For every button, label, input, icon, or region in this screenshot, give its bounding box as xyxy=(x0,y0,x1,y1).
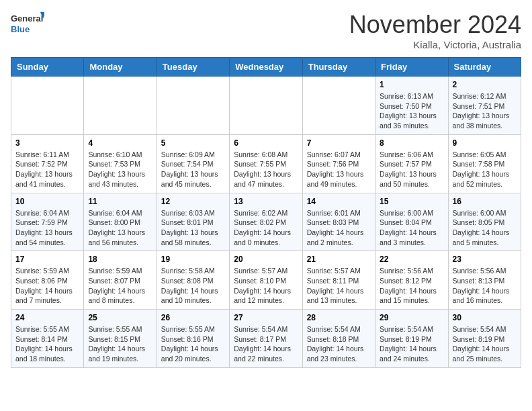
cell-content: Sunrise: 6:06 AMSunset: 7:57 PMDaylight:… xyxy=(380,150,443,189)
cell-content: Sunrise: 6:00 AMSunset: 8:05 PMDaylight:… xyxy=(453,208,517,248)
calendar-cell: 1Sunrise: 6:13 AMSunset: 7:50 PMDaylight… xyxy=(375,77,448,135)
calendar-cell: 19Sunrise: 5:58 AMSunset: 8:08 PMDayligh… xyxy=(157,251,229,310)
cell-content: Sunrise: 5:59 AMSunset: 8:06 PMDaylight:… xyxy=(15,266,79,306)
day-number: 14 xyxy=(307,197,371,206)
logo: General Blue xyxy=(11,11,44,38)
header: General Blue November 2024 Kialla, Victo… xyxy=(11,11,521,50)
day-number: 1 xyxy=(380,80,443,89)
cell-content: Sunrise: 5:56 AMSunset: 8:13 PMDaylight:… xyxy=(453,266,517,306)
calendar-cell: 12Sunrise: 6:03 AMSunset: 8:01 PMDayligh… xyxy=(157,193,229,251)
calendar-cell: 21Sunrise: 5:57 AMSunset: 8:11 PMDayligh… xyxy=(302,251,375,310)
calendar-cell: 4Sunrise: 6:10 AMSunset: 7:53 PMDaylight… xyxy=(84,134,157,193)
cell-content: Sunrise: 6:00 AMSunset: 8:04 PMDaylight:… xyxy=(380,208,443,248)
calendar-body: 1Sunrise: 6:13 AMSunset: 7:50 PMDaylight… xyxy=(11,77,521,368)
calendar-cell: 18Sunrise: 5:59 AMSunset: 8:07 PMDayligh… xyxy=(84,251,157,310)
calendar-cell xyxy=(11,77,84,135)
logo-svg: General Blue xyxy=(11,11,44,38)
calendar-cell: 2Sunrise: 6:12 AMSunset: 7:51 PMDaylight… xyxy=(448,77,521,135)
day-number: 30 xyxy=(453,313,517,322)
weekday-header: Saturday xyxy=(448,58,521,77)
calendar-cell: 26Sunrise: 5:55 AMSunset: 8:16 PMDayligh… xyxy=(157,310,229,368)
day-number: 8 xyxy=(380,138,443,148)
calendar-week-row: 24Sunrise: 5:55 AMSunset: 8:14 PMDayligh… xyxy=(11,310,521,368)
cell-content: Sunrise: 6:03 AMSunset: 8:01 PMDaylight:… xyxy=(161,208,225,248)
calendar-cell: 13Sunrise: 6:02 AMSunset: 8:02 PMDayligh… xyxy=(230,193,302,251)
cell-content: Sunrise: 6:08 AMSunset: 7:55 PMDaylight:… xyxy=(234,150,298,189)
cell-content: Sunrise: 5:57 AMSunset: 8:10 PMDaylight:… xyxy=(234,266,298,306)
calendar-cell: 14Sunrise: 6:01 AMSunset: 8:03 PMDayligh… xyxy=(302,193,375,251)
day-number: 10 xyxy=(15,197,79,206)
calendar-cell: 5Sunrise: 6:09 AMSunset: 7:54 PMDaylight… xyxy=(157,134,229,193)
calendar-cell: 9Sunrise: 6:05 AMSunset: 7:58 PMDaylight… xyxy=(448,134,521,193)
day-number: 27 xyxy=(234,313,298,322)
cell-content: Sunrise: 6:11 AMSunset: 7:52 PMDaylight:… xyxy=(15,150,79,189)
calendar-cell: 25Sunrise: 5:55 AMSunset: 8:15 PMDayligh… xyxy=(84,310,157,368)
day-number: 29 xyxy=(380,313,443,322)
weekday-header: Tuesday xyxy=(157,58,229,77)
cell-content: Sunrise: 6:13 AMSunset: 7:50 PMDaylight:… xyxy=(380,91,443,131)
month-title: November 2024 xyxy=(349,11,521,39)
day-number: 7 xyxy=(307,138,371,148)
cell-content: Sunrise: 5:55 AMSunset: 8:16 PMDaylight:… xyxy=(161,324,225,364)
day-number: 15 xyxy=(380,197,443,206)
cell-content: Sunrise: 5:55 AMSunset: 8:15 PMDaylight:… xyxy=(88,324,152,364)
calendar-cell xyxy=(230,77,302,135)
cell-content: Sunrise: 6:07 AMSunset: 7:56 PMDaylight:… xyxy=(307,150,371,189)
cell-content: Sunrise: 5:54 AMSunset: 8:18 PMDaylight:… xyxy=(307,324,371,364)
calendar-week-row: 3Sunrise: 6:11 AMSunset: 7:52 PMDaylight… xyxy=(11,134,521,193)
cell-content: Sunrise: 6:04 AMSunset: 7:59 PMDaylight:… xyxy=(15,208,79,248)
calendar-cell: 11Sunrise: 6:04 AMSunset: 8:00 PMDayligh… xyxy=(84,193,157,251)
day-number: 26 xyxy=(161,313,225,322)
day-number: 19 xyxy=(161,255,225,264)
cell-content: Sunrise: 6:04 AMSunset: 8:00 PMDaylight:… xyxy=(88,208,152,248)
calendar-week-row: 17Sunrise: 5:59 AMSunset: 8:06 PMDayligh… xyxy=(11,251,521,310)
day-number: 21 xyxy=(307,255,371,264)
calendar-cell: 8Sunrise: 6:06 AMSunset: 7:57 PMDaylight… xyxy=(375,134,448,193)
calendar-cell: 29Sunrise: 5:54 AMSunset: 8:19 PMDayligh… xyxy=(375,310,448,368)
cell-content: Sunrise: 5:54 AMSunset: 8:19 PMDaylight:… xyxy=(453,324,517,364)
calendar-cell: 23Sunrise: 5:56 AMSunset: 8:13 PMDayligh… xyxy=(448,251,521,310)
day-number: 16 xyxy=(453,197,517,206)
cell-content: Sunrise: 6:12 AMSunset: 7:51 PMDaylight:… xyxy=(453,91,517,131)
cell-content: Sunrise: 5:57 AMSunset: 8:11 PMDaylight:… xyxy=(307,266,371,306)
calendar-header: SundayMondayTuesdayWednesdayThursdayFrid… xyxy=(11,58,521,77)
calendar-cell: 10Sunrise: 6:04 AMSunset: 7:59 PMDayligh… xyxy=(11,193,84,251)
calendar-cell: 15Sunrise: 6:00 AMSunset: 8:04 PMDayligh… xyxy=(375,193,448,251)
cell-content: Sunrise: 5:54 AMSunset: 8:17 PMDaylight:… xyxy=(234,324,298,364)
cell-content: Sunrise: 6:10 AMSunset: 7:53 PMDaylight:… xyxy=(88,150,152,189)
calendar-cell: 24Sunrise: 5:55 AMSunset: 8:14 PMDayligh… xyxy=(11,310,84,368)
day-number: 12 xyxy=(161,197,225,206)
svg-text:General: General xyxy=(11,13,43,24)
cell-content: Sunrise: 5:56 AMSunset: 8:12 PMDaylight:… xyxy=(380,266,443,306)
weekday-header: Friday xyxy=(375,58,448,77)
calendar-cell: 7Sunrise: 6:07 AMSunset: 7:56 PMDaylight… xyxy=(302,134,375,193)
day-number: 22 xyxy=(380,255,443,264)
day-number: 23 xyxy=(453,255,517,264)
day-number: 3 xyxy=(15,138,79,148)
calendar-week-row: 10Sunrise: 6:04 AMSunset: 7:59 PMDayligh… xyxy=(11,193,521,251)
day-number: 20 xyxy=(234,255,298,264)
calendar-cell: 17Sunrise: 5:59 AMSunset: 8:06 PMDayligh… xyxy=(11,251,84,310)
day-number: 18 xyxy=(88,255,152,264)
calendar-cell: 27Sunrise: 5:54 AMSunset: 8:17 PMDayligh… xyxy=(230,310,302,368)
cell-content: Sunrise: 6:01 AMSunset: 8:03 PMDaylight:… xyxy=(307,208,371,248)
calendar-cell xyxy=(302,77,375,135)
calendar-cell: 6Sunrise: 6:08 AMSunset: 7:55 PMDaylight… xyxy=(230,134,302,193)
day-number: 6 xyxy=(234,138,298,148)
calendar-cell: 20Sunrise: 5:57 AMSunset: 8:10 PMDayligh… xyxy=(230,251,302,310)
cell-content: Sunrise: 6:09 AMSunset: 7:54 PMDaylight:… xyxy=(161,150,225,189)
calendar-cell: 22Sunrise: 5:56 AMSunset: 8:12 PMDayligh… xyxy=(375,251,448,310)
svg-text:Blue: Blue xyxy=(11,24,30,34)
day-number: 4 xyxy=(88,138,152,148)
calendar-cell: 16Sunrise: 6:00 AMSunset: 8:05 PMDayligh… xyxy=(448,193,521,251)
header-row: SundayMondayTuesdayWednesdayThursdayFrid… xyxy=(11,58,521,77)
calendar-cell: 28Sunrise: 5:54 AMSunset: 8:18 PMDayligh… xyxy=(302,310,375,368)
day-number: 24 xyxy=(15,313,79,322)
day-number: 25 xyxy=(88,313,152,322)
day-number: 11 xyxy=(88,197,152,206)
calendar-week-row: 1Sunrise: 6:13 AMSunset: 7:50 PMDaylight… xyxy=(11,77,521,135)
day-number: 13 xyxy=(234,197,298,206)
day-number: 28 xyxy=(307,313,371,322)
weekday-header: Wednesday xyxy=(230,58,302,77)
location: Kialla, Victoria, Australia xyxy=(349,39,521,50)
